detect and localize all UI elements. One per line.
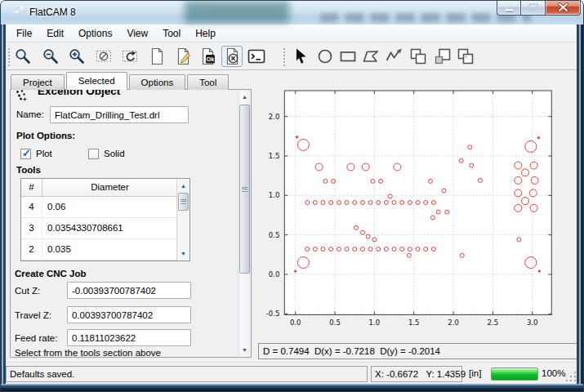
travelz-label: Travel Z: <box>15 310 51 320</box>
window-border <box>0 24 6 384</box>
cutz-label: Cut Z: <box>15 286 40 296</box>
table-row[interactable]: 40.06 <box>21 197 177 218</box>
zoom-out-icon[interactable] <box>40 46 61 67</box>
table-row[interactable]: 20.035 <box>21 239 177 261</box>
svg-text:0.0: 0.0 <box>269 270 280 278</box>
zoom-in-icon[interactable] <box>66 46 87 67</box>
menu-item-view[interactable]: View <box>119 25 155 42</box>
travelz-input[interactable] <box>67 306 191 323</box>
svg-text:1.0: 1.0 <box>269 191 280 199</box>
flatcam-window: FlatCAM 8 FileEditOptionsViewToolHelp Ok… <box>0 0 584 392</box>
excellon-drill-icon <box>15 90 27 101</box>
tab-project[interactable]: Project <box>11 74 65 90</box>
tool-number-cell: 2 <box>21 239 42 260</box>
scrollbar-thumb[interactable] <box>178 193 189 211</box>
scroll-down-icon[interactable]: ▼ <box>239 344 251 356</box>
object-header: Excellon Object <box>13 90 232 101</box>
restore-icon <box>522 0 544 16</box>
menu-item-options[interactable]: Options <box>71 25 119 42</box>
progress-percent: 100% <box>542 368 565 378</box>
svg-text:Ok: Ok <box>206 56 215 63</box>
tools-table-scrollbar[interactable]: ▲ ▼ <box>176 179 189 261</box>
units-label: [in] <box>469 368 481 378</box>
svg-text:0.5: 0.5 <box>329 318 341 327</box>
scrollbar-thumb[interactable] <box>239 105 250 274</box>
intersect-icon[interactable] <box>455 46 476 67</box>
save-project-icon[interactable]: Ok <box>197 46 218 67</box>
tab-tool[interactable]: Tool <box>187 74 229 90</box>
menu-item-tool[interactable]: Tool <box>155 25 188 42</box>
tools-table: # Diameter 40.0630.035433070866120.035 ▲… <box>20 178 190 261</box>
restore-button[interactable] <box>521 0 545 16</box>
window-titlebar[interactable]: FlatCAM 8 <box>0 0 584 24</box>
table-row[interactable]: 30.0354330708661 <box>21 218 177 239</box>
tab-selected[interactable]: Selected <box>66 72 127 90</box>
name-label: Name: <box>16 109 44 119</box>
tool-number-cell: 3 <box>21 218 42 238</box>
resize-grip[interactable] <box>566 372 577 382</box>
flatcam-logo-icon <box>11 5 25 19</box>
toolbar: Ok <box>6 42 578 70</box>
cutz-input[interactable] <box>67 282 191 299</box>
draw-circle-icon[interactable] <box>314 46 336 67</box>
tab-bar: ProjectSelectedOptionsTool <box>11 72 230 90</box>
window-border <box>577 24 584 384</box>
background-blur-artifact <box>185 1 289 23</box>
minimize-button[interactable] <box>497 0 521 16</box>
name-input[interactable] <box>50 106 189 123</box>
object-title: Excellon Object <box>38 90 120 97</box>
minimize-icon <box>497 0 520 16</box>
draw-rectangle-icon[interactable] <box>337 46 359 67</box>
tab-options[interactable]: Options <box>129 74 186 90</box>
solid-checkbox[interactable] <box>88 149 99 159</box>
tools-table-header: # Diameter <box>21 179 177 197</box>
open-project-icon[interactable] <box>172 46 194 67</box>
svg-text:1.5: 1.5 <box>408 318 420 327</box>
column-header-diameter[interactable]: Diameter <box>42 179 177 196</box>
tool-diameter-cell: 0.06 <box>42 197 177 217</box>
status-bar: Defaults saved. X: -0.6672 Y: 1.4359 [in… <box>6 362 578 384</box>
tool-diameter-cell: 0.0354330708661 <box>42 218 177 238</box>
toolbar-drag-handle[interactable] <box>283 47 286 66</box>
panel-scrollbar[interactable]: ▲ ▼ <box>238 90 251 357</box>
svg-text:2.0: 2.0 <box>448 318 459 327</box>
svg-text:2.5: 2.5 <box>488 318 499 327</box>
scroll-up-icon[interactable]: ▲ <box>177 180 189 192</box>
tools-hint-text: Select from the tools section above <box>15 348 161 358</box>
menu-item-help[interactable]: Help <box>188 25 223 42</box>
svg-text:0.0: 0.0 <box>290 318 301 327</box>
union-icon[interactable] <box>408 46 429 67</box>
delete-object-icon[interactable] <box>221 46 243 67</box>
select-icon[interactable] <box>290 46 311 67</box>
replot-icon[interactable] <box>120 46 141 67</box>
zoom-fit-icon[interactable] <box>12 46 33 67</box>
svg-text:0.5: 0.5 <box>269 231 280 239</box>
tool-diameter-cell: 0.035 <box>42 239 177 260</box>
draw-path-icon[interactable] <box>383 46 404 67</box>
drill-plot[interactable]: 0.00.51.01.52.02.53.0-0.50.00.51.01.52.0 <box>255 72 582 341</box>
distance-readout: D = 0.7494 D(x) = -0.7218 D(y) = -0.2014 <box>258 343 578 359</box>
draw-polygon-icon[interactable] <box>360 46 381 67</box>
shell-icon[interactable] <box>246 46 267 67</box>
new-project-icon[interactable] <box>146 46 167 67</box>
plot-options-heading: Plot Options: <box>16 131 75 140</box>
close-icon <box>546 0 580 16</box>
caption-buttons <box>497 0 581 16</box>
window-title: FlatCAM 8 <box>29 7 76 18</box>
feedrate-input[interactable] <box>67 329 191 346</box>
scroll-up-icon[interactable]: ▲ <box>239 91 251 103</box>
subtract-icon[interactable] <box>432 46 453 67</box>
progress-bar <box>491 368 538 381</box>
close-button[interactable] <box>545 0 581 16</box>
column-header-number[interactable]: # <box>21 179 42 196</box>
menu-item-file[interactable]: File <box>9 25 39 42</box>
menu-item-edit[interactable]: Edit <box>39 25 71 42</box>
feedrate-label: Feed rate: <box>15 333 57 343</box>
toolbar-drag-handle[interactable] <box>7 47 11 66</box>
scroll-down-icon[interactable]: ▼ <box>177 247 189 260</box>
svg-text:-0.5: -0.5 <box>266 310 280 318</box>
cnc-heading: Create CNC Job <box>15 269 87 278</box>
clear-plot-icon[interactable] <box>94 46 115 67</box>
plot-checkbox[interactable] <box>20 149 31 159</box>
plot-checkbox-label: Plot <box>36 149 52 158</box>
